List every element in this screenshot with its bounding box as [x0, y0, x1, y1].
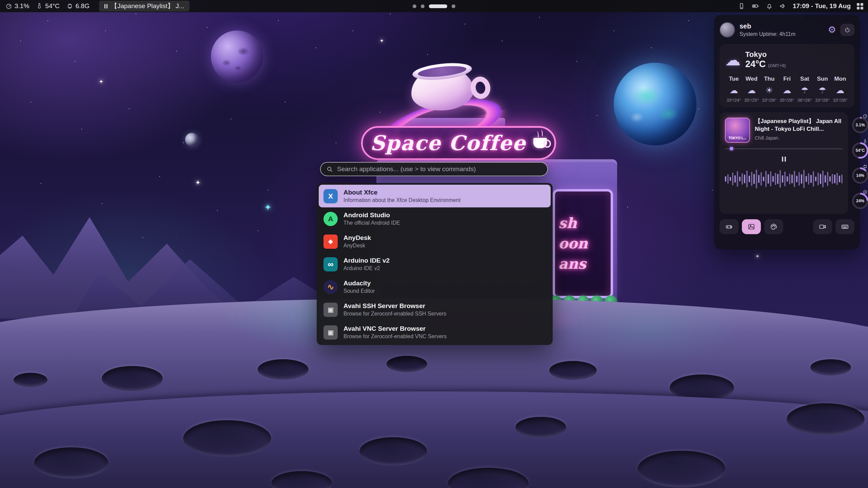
media-player-widget: TOKYO L... 【Japanese Playlist】 Japan All… [719, 112, 848, 214]
workspace-2[interactable] [421, 4, 425, 8]
screenshot-icon [747, 223, 755, 231]
crater [637, 451, 726, 487]
cloud-icon: ☁ [743, 85, 760, 95]
screen-record-button[interactable] [813, 219, 832, 234]
crater [387, 356, 427, 372]
album-art-label: TOKYO L... [726, 136, 749, 140]
star-sparkle: ✦ [264, 203, 271, 212]
gamepad-button[interactable] [719, 219, 738, 234]
playback-progress-bar[interactable] [725, 148, 843, 149]
star-sparkle: ✦ [195, 179, 200, 186]
progress-handle[interactable] [730, 147, 733, 150]
cpu-usage-value: 3.1% [15, 2, 29, 10]
memory-chip-icon [66, 3, 73, 9]
workspace-indicator[interactable] [413, 0, 455, 12]
weather-temperature: 24°C [745, 59, 766, 69]
crater [258, 359, 309, 380]
avatar[interactable] [719, 22, 735, 38]
crater [549, 361, 597, 380]
app-description: The official Android IDE [343, 220, 400, 226]
system-uptime: System Uptime: 4h11m [739, 31, 795, 37]
thermometer-icon [36, 3, 43, 9]
small-moon [185, 133, 199, 146]
cpu-usage[interactable]: 3.1% [5, 2, 29, 10]
app-name: Avahi VNC Server Browser [343, 325, 447, 332]
album-art[interactable]: TOKYO L... [725, 118, 750, 143]
video-camera-icon [818, 223, 827, 231]
battery-icon[interactable] [751, 2, 760, 10]
forecast-day: Tue ☁ 33°/24° [725, 76, 743, 103]
app-row-about-xfce[interactable]: X About Xfce Information about the Xfce … [319, 185, 551, 207]
app-name: Arduino IDE v2 [343, 257, 390, 264]
active-window-button[interactable]: 【Japanese Playlist】 J... [99, 1, 190, 12]
star-sparkle: ✦ [755, 253, 760, 259]
app-grid-icon[interactable] [857, 3, 863, 9]
track-subtitle: Chill Japan. [755, 135, 843, 141]
app-row-anydesk[interactable]: ◆ AnyDesk AnyDesk [317, 230, 553, 253]
neon-sign-text: Space Coffee [370, 131, 526, 155]
forecast-day: Thu ☀ 33°/26° [761, 76, 778, 103]
screenshot-button[interactable] [742, 219, 761, 234]
settings-gear-icon[interactable]: ⚙ [828, 25, 836, 35]
dashboard-panel: seb System Uptime: 4h11m ⚙ ☁ Tokyo 24°C … [714, 15, 860, 249]
android-studio-icon: A [323, 212, 338, 226]
audacity-icon: ∿ [323, 280, 338, 294]
moon-surface-foreground [0, 391, 868, 488]
forecast-day: Fri ☁ 35°/26° [778, 76, 796, 103]
xfce-logo-icon: X [323, 189, 338, 203]
memory-usage[interactable]: 6.8G [66, 2, 90, 10]
neon-cup-icon [533, 138, 547, 148]
neon-sign: Space Coffee [361, 126, 556, 160]
crater [34, 447, 108, 479]
app-name: Audacity [343, 280, 375, 287]
pause-icon [104, 4, 107, 8]
top-panel: 3.1% 54°C 6.8G 【Japanese Playlist】 J... [0, 0, 868, 12]
workspace-3-active[interactable] [429, 4, 447, 8]
app-name: Avahi SSH Server Browser [343, 302, 446, 310]
search-icon [326, 166, 333, 173]
power-icon [844, 26, 851, 33]
launcher-results-list: X About Xfce Information about the Xfce … [317, 183, 553, 345]
app-description: AnyDesk [343, 243, 371, 249]
app-row-arduino-ide[interactable]: ∞ Arduino IDE v2 Arduino IDE v2 [317, 253, 553, 276]
cloud-icon: ☁ [725, 85, 743, 95]
star-sparkle: ✦ [380, 38, 384, 43]
memory-usage-value: 6.8G [76, 2, 90, 10]
cpu-icon [863, 114, 868, 119]
window-neon-text: ans [558, 256, 607, 272]
app-row-audacity[interactable]: ∿ Audacity Sound Editor [317, 276, 553, 298]
forecast-day: Sat ☂ 36°/26° [796, 76, 813, 103]
palette-icon [770, 223, 778, 231]
keyboard-button[interactable] [835, 219, 854, 234]
notifications-bell-icon[interactable] [766, 2, 773, 10]
app-description: Information about the Xfce Desktop Envir… [343, 197, 460, 203]
cpu-temperature[interactable]: 54°C [36, 2, 59, 10]
anydesk-icon: ◆ [323, 235, 338, 249]
waveform [725, 167, 843, 191]
clock[interactable]: 17:09 - Tue, 19 Aug [793, 2, 851, 10]
volume-icon[interactable] [779, 2, 787, 10]
app-row-avahi-ssh[interactable]: ▣ Avahi SSH Server Browser Browse for Ze… [317, 298, 553, 321]
forecast-day: Wed ☁ 35°/25° [743, 76, 760, 103]
cloud-icon: ☁ [831, 85, 849, 95]
color-picker-button[interactable] [764, 219, 783, 234]
crater [14, 373, 47, 387]
disk-icon [863, 189, 868, 195]
search-input[interactable] [337, 165, 542, 173]
app-row-android-studio[interactable]: A Android Studio The official Android ID… [317, 207, 553, 230]
weather-widget: ☁ Tokyo 24°C (GMT+9) Tue ☁ 33°/24° Wed ☁… [719, 44, 854, 107]
workspace-4[interactable] [452, 4, 455, 8]
app-name: Android Studio [343, 211, 400, 219]
phone-link-icon[interactable] [738, 2, 745, 10]
power-button[interactable] [840, 24, 854, 36]
forecast-day: Sun ☂ 33°/26° [813, 76, 831, 103]
window-neon-text: oon [558, 236, 607, 251]
keyboard-icon [841, 223, 849, 231]
app-name: About Xfce [343, 189, 460, 196]
app-row-avahi-vnc[interactable]: ▣ Avahi VNC Server Browser Browse for Ze… [317, 321, 553, 344]
star-sparkle: ✦ [99, 79, 103, 85]
crater [183, 420, 271, 457]
pause-button[interactable] [776, 154, 791, 164]
workspace-1[interactable] [413, 4, 416, 8]
launcher-search-bar[interactable] [320, 162, 548, 176]
